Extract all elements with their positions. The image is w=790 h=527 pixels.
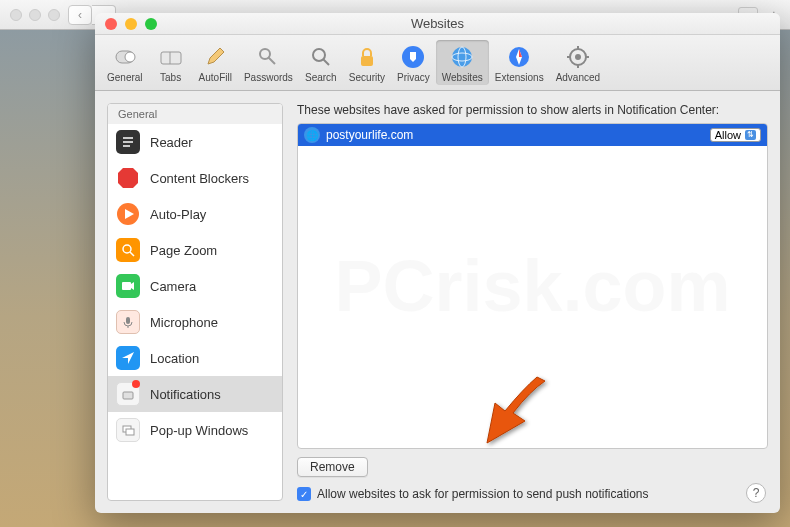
toolbar-label: Security (349, 72, 385, 83)
preferences-window: Websites General Tabs AutoFill Passwords… (95, 13, 780, 513)
sidebar-item-microphone[interactable]: Microphone (108, 304, 282, 340)
sidebar-item-notifications[interactable]: Notifications (108, 376, 282, 412)
svg-line-5 (268, 57, 275, 64)
svg-point-1 (125, 52, 135, 62)
location-icon (116, 346, 140, 370)
toolbar-privacy[interactable]: Privacy (391, 40, 436, 85)
key-icon (254, 43, 282, 71)
sidebar-item-location[interactable]: Location (108, 340, 282, 376)
play-icon (116, 202, 140, 226)
permission-value: Allow (715, 129, 741, 141)
checkbox-label: Allow websites to ask for permission to … (317, 487, 649, 501)
sidebar-item-page-zoom[interactable]: Page Zoom (108, 232, 282, 268)
search-icon (307, 43, 335, 71)
toolbar-websites[interactable]: Websites (436, 40, 489, 85)
sidebar: General Reader Content Blockers Auto-Pla… (107, 103, 283, 501)
svg-rect-34 (126, 429, 134, 435)
sidebar-item-label: Camera (150, 279, 196, 294)
allow-checkbox[interactable]: ✓ (297, 487, 311, 501)
svg-rect-28 (122, 282, 131, 290)
popup-icon (116, 418, 140, 442)
sidebar-item-label: Notifications (150, 387, 221, 402)
zoom-icon (116, 238, 140, 262)
sidebar-header: General (108, 104, 282, 124)
svg-marker-23 (118, 168, 138, 188)
svg-rect-32 (123, 392, 133, 399)
reader-icon (116, 130, 140, 154)
compass-icon (505, 43, 533, 71)
badge-icon (132, 380, 140, 388)
sidebar-item-label: Reader (150, 135, 193, 150)
permission-select[interactable]: Allow ⇅ (710, 128, 761, 142)
toolbar-search[interactable]: Search (299, 40, 343, 85)
bg-traffic-dot (48, 9, 60, 21)
svg-line-7 (323, 59, 329, 65)
sidebar-item-label: Auto-Play (150, 207, 206, 222)
tabs-icon (157, 43, 185, 71)
sidebar-item-label: Location (150, 351, 199, 366)
description-text: These websites have asked for permission… (297, 103, 768, 117)
svg-point-26 (123, 245, 131, 253)
stop-icon (116, 166, 140, 190)
toolbar-label: Extensions (495, 72, 544, 83)
toolbar-label: AutoFill (199, 72, 232, 83)
toolbar-label: Privacy (397, 72, 430, 83)
back-button[interactable]: ‹ (68, 5, 92, 25)
sidebar-item-popup-windows[interactable]: Pop-up Windows (108, 412, 282, 448)
toolbar-label: Tabs (160, 72, 181, 83)
sidebar-item-label: Pop-up Windows (150, 423, 248, 438)
main-panel: These websites have asked for permission… (297, 103, 768, 501)
toolbar-advanced[interactable]: Advanced (550, 40, 606, 85)
sidebar-item-autoplay[interactable]: Auto-Play (108, 196, 282, 232)
lock-icon (353, 43, 381, 71)
toolbar-extensions[interactable]: Extensions (489, 40, 550, 85)
globe-icon (448, 43, 476, 71)
gear-icon (564, 43, 592, 71)
microphone-icon (116, 310, 140, 334)
hand-icon (399, 43, 427, 71)
svg-rect-2 (161, 52, 181, 64)
websites-list[interactable]: 🌐 postyourlife.com Allow ⇅ PCrisk.com (297, 123, 768, 449)
sidebar-item-reader[interactable]: Reader (108, 124, 282, 160)
camera-icon (116, 274, 140, 298)
help-button[interactable]: ? (746, 483, 766, 503)
remove-button[interactable]: Remove (297, 457, 368, 477)
sidebar-item-label: Content Blockers (150, 171, 249, 186)
sidebar-item-camera[interactable]: Camera (108, 268, 282, 304)
toolbar-label: Search (305, 72, 337, 83)
bg-traffic-dot (29, 9, 41, 21)
toolbar-tabs[interactable]: Tabs (149, 40, 193, 85)
preferences-toolbar: General Tabs AutoFill Passwords Search S… (95, 35, 780, 91)
svg-rect-8 (361, 56, 373, 66)
svg-marker-29 (131, 282, 134, 290)
watermark: PCrisk.com (334, 245, 730, 327)
switch-icon (111, 43, 139, 71)
svg-line-27 (130, 252, 134, 256)
bg-traffic-dot (10, 9, 22, 21)
toolbar-passwords[interactable]: Passwords (238, 40, 299, 85)
pencil-icon (201, 43, 229, 71)
toolbar-label: General (107, 72, 143, 83)
svg-point-10 (452, 47, 472, 67)
website-domain: postyourlife.com (326, 128, 413, 142)
sidebar-item-content-blockers[interactable]: Content Blockers (108, 160, 282, 196)
sidebar-item-label: Microphone (150, 315, 218, 330)
website-row[interactable]: 🌐 postyourlife.com Allow ⇅ (298, 124, 767, 146)
toolbar-security[interactable]: Security (343, 40, 391, 85)
titlebar: Websites (95, 13, 780, 35)
globe-favicon-icon: 🌐 (304, 127, 320, 143)
content-area: General Reader Content Blockers Auto-Pla… (95, 91, 780, 513)
toolbar-label: Passwords (244, 72, 293, 83)
svg-rect-30 (126, 317, 130, 324)
chevron-updown-icon: ⇅ (745, 130, 756, 140)
toolbar-label: Advanced (556, 72, 600, 83)
toolbar-label: Websites (442, 72, 483, 83)
toolbar-autofill[interactable]: AutoFill (193, 40, 238, 85)
window-title: Websites (95, 16, 780, 31)
svg-point-15 (575, 54, 581, 60)
sidebar-item-label: Page Zoom (150, 243, 217, 258)
toolbar-general[interactable]: General (101, 40, 149, 85)
